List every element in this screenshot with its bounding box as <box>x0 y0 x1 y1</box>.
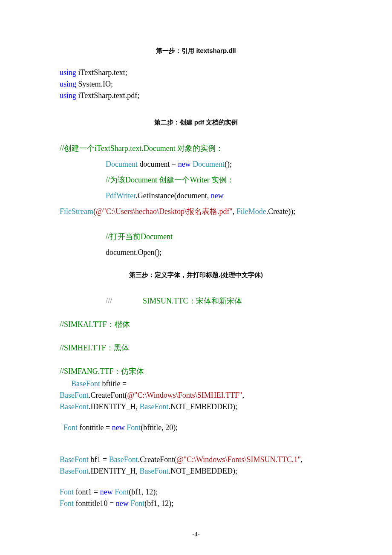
type: BaseFont <box>109 455 138 464</box>
type: FileStream <box>60 207 93 216</box>
keyword: new <box>211 191 224 200</box>
type: Font <box>60 488 74 496</box>
code-line: //SIMHEI.TTF：黑体 <box>60 342 332 354</box>
code-text: , <box>233 207 236 216</box>
type: BaseFont <box>60 455 89 464</box>
keyword: new <box>100 488 113 496</box>
code-line: PdfWriter.GetInstance(document, new <box>60 190 332 202</box>
type: PdfWriter <box>106 191 135 200</box>
code-text: font1 = <box>74 488 100 496</box>
code-text <box>60 423 63 432</box>
code-text: .Create)); <box>266 207 295 216</box>
string: @"C:\Windows\Fonts\SIMSUN.TTC,1" <box>176 455 301 464</box>
type: BaseFont <box>71 379 100 388</box>
code-text: (); <box>225 160 232 168</box>
code-line: using iTextSharp.text.pdf; <box>60 90 332 101</box>
comment: //为该Document 创建一个Writer 实例： <box>106 176 234 184</box>
code-text: document = <box>138 160 178 168</box>
string: @"C:\Users\hechao\Desktop\报名表格.pdf" <box>96 207 233 216</box>
code-line: //打开当前Document <box>60 231 332 243</box>
type: Document <box>193 160 225 168</box>
xml-comment: /// <box>106 297 112 305</box>
code-text <box>60 379 71 388</box>
keyword: new <box>178 160 191 168</box>
code-line: BaseFont.CreateFont(@"C:\Windows\Fonts\S… <box>60 390 332 401</box>
code-line: Font fonttitle10 = new Font(bf1, 12); <box>60 498 332 509</box>
code-text: bf1 = <box>89 455 109 464</box>
code-text: .GetInstance(document, <box>135 191 210 200</box>
type: Document <box>106 160 138 168</box>
type: BaseFont <box>140 467 169 475</box>
code-line: Document document = new Document(); <box>60 159 332 170</box>
type: BaseFont <box>140 402 169 411</box>
code-line: //为该Document 创建一个Writer 实例： <box>60 174 332 186</box>
code-line: using iTextSharp.text; <box>60 67 332 78</box>
keyword: new <box>112 423 125 432</box>
code-text: .CreateFont( <box>138 455 176 464</box>
code-line: Font fonttitle = new Font(bftitle, 20); <box>60 422 332 434</box>
codeblock-step2: //创建一个iTextSharp.text.Document 对象的实例： Do… <box>60 143 332 258</box>
type: Font <box>115 488 129 496</box>
heading-step1: 第一步：引用 itextsharp.dll <box>60 47 332 55</box>
comment: SIMSUN.TTC：宋体和新宋体 <box>143 297 242 305</box>
code-text: , <box>301 455 303 464</box>
comment: //SIMFANG.TTF：仿宋体 <box>60 367 144 376</box>
code-text: .NOT_EMBEDDED); <box>169 402 237 411</box>
code-line: BaseFont bftitle = <box>60 378 332 390</box>
heading-step3: 第三步：定义字体，并打印标题.(处理中文字休) <box>60 271 332 279</box>
code-text: iTextSharp.text.pdf; <box>76 91 139 100</box>
type: FileMode <box>236 207 266 216</box>
code-line: document.Open(); <box>60 247 332 258</box>
code-line: /// SIMSUN.TTC：宋体和新宋体 <box>60 295 332 307</box>
string: @"C:\Windows\Fonts\SIMHEI.TTF" <box>127 391 242 399</box>
type: BaseFont <box>60 391 89 399</box>
code-line: //SIMFANG.TTF：仿宋体 <box>60 366 332 377</box>
comment: //SIMHEI.TTF：黑体 <box>60 344 129 352</box>
code-text: (bf1, 12); <box>144 499 173 508</box>
code-text: fonttitle10 = <box>74 499 116 508</box>
comment: //创建一个iTextSharp.text.Document 对象的实例： <box>60 144 223 153</box>
page-number: -4- <box>60 531 332 538</box>
code-text: .IDENTITY_H, <box>89 402 139 411</box>
code-text <box>112 297 143 305</box>
codeblock-step3: /// SIMSUN.TTC：宋体和新宋体 //SIMKAI.TTF：楷体 //… <box>60 295 332 509</box>
keyword: using <box>60 80 76 88</box>
code-line: BaseFont.IDENTITY_H, BaseFont.NOT_EMBEDD… <box>60 465 332 477</box>
comment: //SIMKAI.TTF：楷体 <box>60 320 130 329</box>
code-text: .NOT_EMBEDDED); <box>169 467 237 475</box>
keyword: using <box>60 91 76 100</box>
code-text: (bftitle, 20); <box>141 423 178 432</box>
codeblock-step1: using iTextSharp.text; using System.IO; … <box>60 67 332 101</box>
code-text: .IDENTITY_H, <box>89 467 139 475</box>
comment: //打开当前Document <box>106 232 173 241</box>
code-line: //创建一个iTextSharp.text.Document 对象的实例： <box>60 143 332 154</box>
document-page: 第一步：引用 itextsharp.dll using iTextSharp.t… <box>0 0 392 555</box>
code-line: Font font1 = new Font(bf1, 12); <box>60 486 332 498</box>
code-line: using System.IO; <box>60 78 332 90</box>
code-text: , <box>242 391 245 399</box>
type: Font <box>60 499 74 508</box>
type: Font <box>63 423 78 432</box>
code-text: document.Open(); <box>106 248 161 257</box>
keyword: using <box>60 68 76 77</box>
type: Font <box>130 499 144 508</box>
type: Font <box>127 423 141 432</box>
code-line: BaseFont bf1 = BaseFont.CreateFont(@"C:\… <box>60 454 332 465</box>
keyword: new <box>116 499 129 508</box>
code-text: System.IO; <box>76 80 113 88</box>
code-text: bftitle = <box>100 379 127 388</box>
heading-step2: 第二步：创建 pdf 文档的实例 <box>60 119 332 127</box>
code-line: FileStream(@"C:\Users\hechao\Desktop\报名表… <box>60 206 332 217</box>
code-text: (bf1, 12); <box>129 488 158 496</box>
code-line: //SIMKAI.TTF：楷体 <box>60 319 332 330</box>
type: BaseFont <box>60 402 89 411</box>
code-text: iTextSharp.text; <box>76 68 127 77</box>
type: BaseFont <box>60 467 89 475</box>
code-line: BaseFont.IDENTITY_H, BaseFont.NOT_EMBEDD… <box>60 401 332 413</box>
code-text: .CreateFont( <box>89 391 127 399</box>
code-text: fonttitle = <box>78 423 112 432</box>
